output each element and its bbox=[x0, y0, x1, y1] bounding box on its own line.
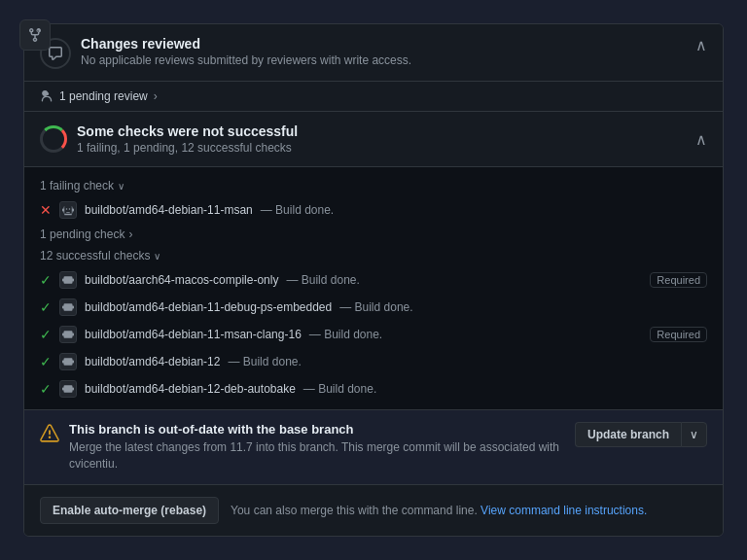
bot-icon bbox=[59, 326, 77, 343]
checks-header: Some checks were not successful 1 failin… bbox=[24, 112, 723, 167]
checks-collapse-chevron[interactable]: ∧ bbox=[695, 130, 707, 149]
check-item-left: ✓ buildbot/amd64-debian-12 — Build done. bbox=[40, 353, 302, 370]
table-row: ✓ buildbot/amd64-debian-11-debug-ps-embe… bbox=[24, 294, 723, 321]
checks-list: 1 failing check ∨ ✕ buildbot/amd64-debia… bbox=[24, 167, 723, 410]
success-icon: ✓ bbox=[40, 327, 52, 342]
auto-merge-button[interactable]: Enable auto-merge (rebase) bbox=[40, 497, 219, 524]
checks-header-text: Some checks were not successful 1 failin… bbox=[77, 123, 298, 155]
main-container: Changes reviewed No applicable reviews s… bbox=[23, 23, 724, 537]
successful-check-group[interactable]: 12 successful checks ∨ bbox=[24, 245, 723, 266]
required-badge: Required bbox=[650, 272, 707, 288]
bot-icon bbox=[59, 298, 77, 316]
bot-icon bbox=[59, 271, 77, 289]
check-status: — Build done. bbox=[228, 355, 301, 368]
check-name: buildbot/amd64-debian-11-msan-clang-16 bbox=[85, 328, 302, 341]
check-status: — Build done. bbox=[339, 300, 412, 314]
success-icon: ✓ bbox=[40, 299, 52, 315]
check-item-left: ✕ buildbot/amd64-debian-11-msan — Build … bbox=[40, 201, 334, 219]
pending-review-chevron: › bbox=[154, 89, 158, 103]
person-icon bbox=[40, 89, 53, 103]
check-status: — Build done. bbox=[286, 273, 359, 287]
table-row: ✓ buildbot/amd64-debian-12-deb-autobake … bbox=[24, 375, 723, 402]
pending-group-chevron: › bbox=[128, 228, 132, 241]
check-name: buildbot/amd64-debian-11-debug-ps-embedd… bbox=[85, 300, 332, 314]
checks-header-left: Some checks were not successful 1 failin… bbox=[40, 123, 298, 155]
check-item-left: ✓ buildbot/amd64-debian-12-deb-autobake … bbox=[40, 380, 376, 398]
changes-reviewed-chevron[interactable]: ∧ bbox=[695, 36, 707, 54]
changes-reviewed-title: Changes reviewed bbox=[81, 36, 411, 52]
bot-icon bbox=[59, 201, 77, 219]
failing-check-status: — Build done. bbox=[261, 203, 334, 217]
check-name: buildbot/amd64-debian-12 bbox=[85, 355, 220, 368]
failing-group-chevron: ∨ bbox=[118, 181, 124, 192]
outofdate-left: This branch is out-of-date with the base… bbox=[40, 422, 563, 472]
update-branch-button[interactable]: Update branch bbox=[575, 422, 681, 447]
table-row: ✓ buildbot/aarch64-macos-compile-only — … bbox=[24, 266, 723, 294]
check-name: buildbot/amd64-debian-12-deb-autobake bbox=[85, 382, 296, 396]
auto-merge-description: You can also merge this with the command… bbox=[231, 504, 478, 517]
successful-group-chevron: ∨ bbox=[154, 251, 160, 262]
check-item-left: ✓ buildbot/aarch64-macos-compile-only — … bbox=[40, 271, 360, 289]
auto-merge-text: You can also merge this with the command… bbox=[231, 504, 647, 517]
pending-review-bar[interactable]: 1 pending review › bbox=[24, 82, 723, 112]
changes-reviewed-left: Changes reviewed No applicable reviews s… bbox=[40, 36, 411, 69]
required-badge: Required bbox=[650, 327, 707, 342]
auto-merge-link[interactable]: View command line instructions. bbox=[480, 504, 647, 517]
check-item-left: ✓ buildbot/amd64-debian-11-debug-ps-embe… bbox=[40, 298, 413, 316]
changes-reviewed-section: Changes reviewed No applicable reviews s… bbox=[24, 24, 723, 82]
checks-spinner-icon bbox=[40, 125, 67, 153]
successful-group-label: 12 successful checks bbox=[40, 249, 150, 262]
failing-check-name: buildbot/amd64-debian-11-msan bbox=[85, 203, 253, 217]
bot-icon bbox=[59, 380, 77, 398]
success-icon: ✓ bbox=[40, 381, 52, 397]
warning-icon bbox=[40, 424, 59, 443]
update-branch-wrap: Update branch ∨ bbox=[575, 422, 707, 447]
failing-check-group[interactable]: 1 failing check ∨ bbox=[24, 175, 723, 196]
outofdate-bar: This branch is out-of-date with the base… bbox=[24, 410, 723, 485]
success-icon: ✓ bbox=[40, 272, 52, 288]
table-row: ✓ buildbot/amd64-debian-12 — Build done. bbox=[24, 348, 723, 375]
table-row: ✓ buildbot/amd64-debian-11-msan-clang-16… bbox=[24, 321, 723, 348]
pending-check-group[interactable]: 1 pending check › bbox=[24, 224, 723, 245]
outofdate-description: Merge the latest changes from 11.7 into … bbox=[69, 439, 563, 472]
check-name: buildbot/aarch64-macos-compile-only bbox=[85, 273, 278, 287]
bot-icon bbox=[59, 353, 77, 370]
update-branch-dropdown[interactable]: ∨ bbox=[681, 422, 707, 447]
checks-subtitle: 1 failing, 1 pending, 12 successful chec… bbox=[77, 141, 298, 155]
table-row: ✕ buildbot/amd64-debian-11-msan — Build … bbox=[24, 196, 723, 224]
pending-group-label: 1 pending check bbox=[40, 228, 124, 241]
check-status: — Build done. bbox=[309, 328, 382, 341]
outofdate-text: This branch is out-of-date with the base… bbox=[69, 422, 563, 472]
success-icon: ✓ bbox=[40, 354, 52, 369]
pending-review-label: 1 pending review bbox=[59, 89, 148, 103]
git-icon bbox=[19, 19, 51, 51]
changes-reviewed-subtitle: No applicable reviews submitted by revie… bbox=[81, 53, 411, 67]
check-status: — Build done. bbox=[303, 382, 376, 396]
auto-merge-footer: Enable auto-merge (rebase) You can also … bbox=[24, 485, 723, 536]
failing-group-label: 1 failing check bbox=[40, 179, 114, 192]
outofdate-title: This branch is out-of-date with the base… bbox=[69, 422, 563, 437]
checks-title: Some checks were not successful bbox=[77, 123, 298, 139]
check-item-left: ✓ buildbot/amd64-debian-11-msan-clang-16… bbox=[40, 326, 382, 343]
fail-icon: ✕ bbox=[40, 202, 52, 218]
changes-reviewed-text: Changes reviewed No applicable reviews s… bbox=[81, 36, 411, 67]
